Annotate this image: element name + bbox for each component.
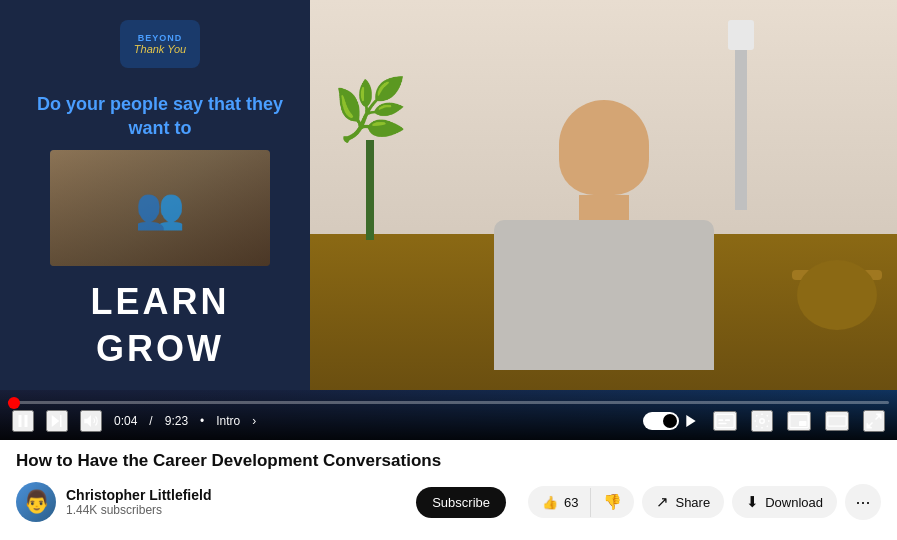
svg-rect-8 bbox=[725, 419, 730, 421]
play-pause-button[interactable] bbox=[12, 410, 34, 432]
person-neck bbox=[579, 195, 629, 220]
controls-row: 0:04 / 9:23 • Intro › bbox=[0, 410, 897, 432]
slide-image: 👥 bbox=[50, 150, 270, 266]
progress-dot bbox=[8, 397, 20, 409]
miniplayer-icon bbox=[789, 413, 809, 429]
svg-rect-13 bbox=[828, 416, 846, 426]
more-dots-icon: ··· bbox=[855, 492, 870, 513]
autoplay-toggle[interactable] bbox=[643, 412, 699, 430]
like-count: 63 bbox=[564, 495, 578, 510]
plant-decoration: 🌿 bbox=[340, 80, 400, 240]
pause-icon bbox=[14, 412, 32, 430]
autoplay-icon bbox=[683, 413, 699, 429]
theater-icon bbox=[827, 413, 847, 429]
plant-leaves-icon: 🌿 bbox=[333, 80, 408, 140]
person-head bbox=[559, 100, 649, 195]
more-options-button[interactable]: ··· bbox=[845, 484, 881, 520]
video-frame: BEYOND Thank You Do your people say that… bbox=[0, 0, 897, 440]
channel-subscribers: 1.44K subscribers bbox=[66, 503, 398, 517]
slide-question: Do your people say that they want to bbox=[20, 93, 300, 140]
logo-line2: Thank You bbox=[134, 43, 186, 55]
download-icon: ⬇ bbox=[746, 493, 759, 511]
share-button[interactable]: ↗ Share bbox=[642, 486, 724, 518]
channel-info: Christopher Littlefield 1.44K subscriber… bbox=[66, 487, 398, 517]
download-label: Download bbox=[765, 495, 823, 510]
person-presenter bbox=[454, 100, 754, 360]
svg-point-10 bbox=[760, 419, 765, 424]
svg-rect-6 bbox=[716, 414, 734, 427]
svg-rect-1 bbox=[25, 415, 28, 427]
lamp-head bbox=[728, 20, 754, 50]
slide-learn: LEARN bbox=[91, 281, 230, 323]
dot-separator: • bbox=[200, 414, 204, 428]
slide-grow: GROW bbox=[96, 328, 224, 370]
video-title: How to Have the Career Development Conve… bbox=[16, 450, 881, 472]
like-button[interactable]: 👍 63 bbox=[528, 488, 591, 517]
channel-row: 👨 Christopher Littlefield 1.44K subscrib… bbox=[16, 482, 881, 522]
miniplayer-button[interactable] bbox=[787, 411, 811, 431]
channel-name: Christopher Littlefield bbox=[66, 487, 398, 503]
fullscreen-icon bbox=[865, 412, 883, 430]
video-controls: 0:04 / 9:23 • Intro › bbox=[0, 390, 897, 440]
chapter-arrow-icon[interactable]: › bbox=[252, 414, 256, 428]
video-left-panel: BEYOND Thank You Do your people say that… bbox=[0, 0, 320, 390]
svg-marker-2 bbox=[52, 415, 60, 427]
volume-button[interactable] bbox=[80, 410, 102, 432]
settings-button[interactable] bbox=[751, 410, 773, 432]
video-right-panel: 🌿 bbox=[310, 0, 897, 390]
people-icon: 👥 bbox=[135, 185, 185, 232]
channel-logo: BEYOND Thank You bbox=[120, 20, 200, 68]
thumbs-down-icon: 👎 bbox=[603, 493, 622, 511]
chapter-label: Intro bbox=[216, 414, 240, 428]
svg-marker-5 bbox=[686, 415, 695, 427]
captions-icon bbox=[715, 413, 735, 429]
plant-stem bbox=[366, 140, 374, 240]
controls-right bbox=[643, 410, 885, 432]
skip-next-icon bbox=[48, 412, 66, 430]
room-background: 🌿 bbox=[310, 0, 897, 390]
toggle-knob bbox=[663, 414, 677, 428]
settings-icon bbox=[753, 412, 771, 430]
channel-avatar[interactable]: 👨 bbox=[16, 482, 56, 522]
svg-rect-0 bbox=[19, 415, 22, 427]
time-separator: / bbox=[149, 414, 152, 428]
progress-bar[interactable] bbox=[8, 401, 889, 404]
svg-rect-3 bbox=[60, 415, 62, 427]
slide-words: LEARN GROW bbox=[91, 281, 230, 370]
svg-rect-9 bbox=[718, 423, 726, 425]
video-info-section: How to Have the Career Development Conve… bbox=[0, 440, 897, 540]
subscribe-button[interactable]: Subscribe bbox=[416, 487, 506, 518]
like-dislike-group: 👍 63 👎 bbox=[528, 486, 634, 518]
download-button[interactable]: ⬇ Download bbox=[732, 486, 837, 518]
svg-rect-12 bbox=[799, 421, 807, 426]
dislike-button[interactable]: 👎 bbox=[591, 486, 634, 518]
svg-rect-7 bbox=[718, 419, 723, 421]
share-icon: ↗ bbox=[656, 493, 669, 511]
avatar-icon: 👨 bbox=[23, 489, 50, 515]
action-buttons: 👍 63 👎 ↗ Share ⬇ Download bbox=[528, 484, 881, 520]
logo-line1: BEYOND bbox=[138, 33, 183, 43]
video-container[interactable]: BEYOND Thank You Do your people say that… bbox=[0, 0, 897, 440]
captions-button[interactable] bbox=[713, 411, 737, 431]
thumbs-up-icon: 👍 bbox=[542, 495, 558, 510]
person-body bbox=[494, 220, 714, 370]
fullscreen-button[interactable] bbox=[863, 410, 885, 432]
volume-icon bbox=[82, 412, 100, 430]
page-wrapper: BEYOND Thank You Do your people say that… bbox=[0, 0, 897, 540]
toggle-track bbox=[643, 412, 679, 430]
theater-button[interactable] bbox=[825, 411, 849, 431]
svg-marker-4 bbox=[84, 415, 91, 427]
share-label: Share bbox=[675, 495, 710, 510]
next-button[interactable] bbox=[46, 410, 68, 432]
current-time: 0:04 bbox=[114, 414, 137, 428]
total-time: 9:23 bbox=[165, 414, 188, 428]
side-table bbox=[797, 260, 877, 330]
